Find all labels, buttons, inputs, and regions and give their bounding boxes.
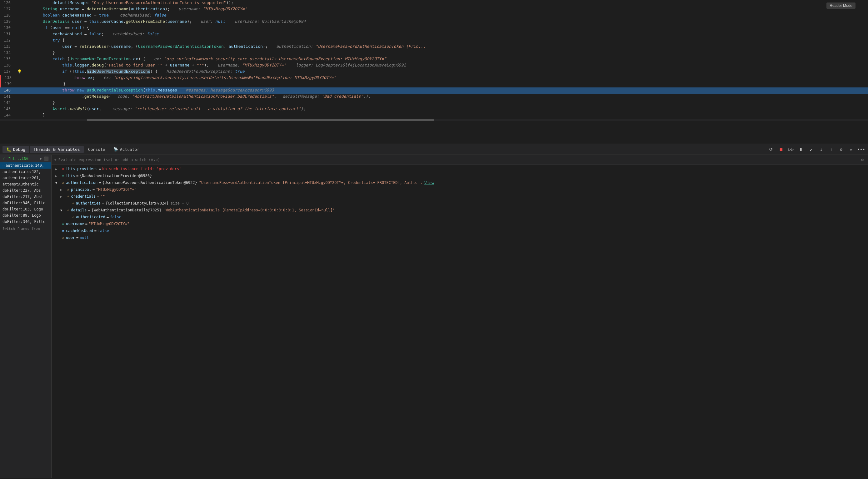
step-out-icon[interactable]: ↑ [827,145,836,154]
var-row-this[interactable]: ▶ ≡ this = {DaoAuthenticationProvider@69… [52,173,868,180]
info-icon: ⚠ [70,201,76,205]
pause-icon[interactable]: ⏸ [797,145,806,154]
frame-label: authenticate:201, [2,176,41,180]
frame-item-9[interactable]: doFilter:346, Filte [0,219,51,225]
session-name: "ht...ING [8,156,38,161]
code-line-130: 130 if (user == null) { [0,25,868,31]
view-link[interactable]: View [424,181,434,185]
variable-tree: ▶ ⊘ this.providers = No such instance fi… [52,165,868,243]
frame-label: doFilter:103, Logo [2,207,43,212]
eval-input[interactable] [58,158,861,162]
info-icon: ⚠ [65,194,71,198]
var-row-username[interactable]: ≡ username = "MTUxMzgyODY2OTY=" [52,221,868,228]
var-row-user[interactable]: ⚠ user = null [52,235,868,242]
frames-panel: ✓ "ht...ING ▼ ⬛ ↩ authenticate:140, auth… [0,155,52,478]
frame-label: authenticate:182, [2,169,41,174]
expand-icon [65,201,70,202]
session-bar: ✓ "ht...ING ▼ ⬛ [0,155,51,162]
expand-icon [55,235,60,236]
frame-label: doFilter:346, Filte [2,201,45,205]
tab-console[interactable]: Console [84,146,109,153]
code-line-134: 134 } [0,50,868,56]
code-horizontal-scrollbar[interactable] [0,119,868,121]
tab-actuator[interactable]: 📡 Actuator [110,146,144,153]
eval-settings-icon[interactable]: ⚙ [861,157,864,162]
var-row-authenticated[interactable]: ⚠ authenticated = false [52,214,868,221]
info-icon: ⚠ [65,187,71,191]
debug-toolbar-icons: ⟳ ■ ▷▷ ⏸ ↙ ↓ ↑ ♻ ✏ ••• [767,145,866,154]
frame-item-8[interactable]: doFilter:89, Logo [0,212,51,219]
lightbulb-icon: 💡 [17,69,22,74]
info-icon: ⚠ [70,215,76,219]
error-icon: ⊘ [60,167,66,171]
info-icon: ⚠ [60,181,66,185]
info-icon: ⚠ [65,208,71,212]
code-line-142: 142 } [0,100,868,106]
code-line-129: 129 UserDetails user = this.userCache.ge… [0,19,868,25]
list-icon: ≡ [60,173,66,178]
tab-debug[interactable]: 🐛 Debug [2,146,29,153]
filter-icon[interactable]: ▼ ⬛ [40,156,49,161]
frame-label: doFilter:346, Filte [2,220,45,224]
var-row-principal[interactable]: ▶ ⚠ principal = "MTUxMzgyODY2OTY=" [52,187,868,194]
var-row-cachewasused[interactable]: ◉ cacheWasUsed = false [52,228,868,235]
eval-add-icon[interactable]: + [54,157,57,162]
code-line-140: 140 throw new BadCredentialsException(th… [0,88,868,94]
frame-label: doFilter:89, Logo [2,213,41,218]
code-line-139: 139 } [0,81,868,88]
code-line-132: 132 try { [0,37,868,44]
blue-icon: ◉ [60,229,66,233]
debug-panel: ✓ "ht...ING ▼ ⬛ ↩ authenticate:140, auth… [0,155,868,478]
variables-panel: + ⚙ ▶ ⊘ this.providers = No such instanc… [52,155,868,478]
expand-icon [55,229,60,229]
frame-label: authenticate:140, [6,163,44,168]
step-over-icon[interactable]: ↙ [807,145,815,154]
code-line-137: 137 💡 if (!this.hideUserNotFoundExceptio… [0,69,868,75]
step-into-icon[interactable]: ↓ [817,145,826,154]
var-row-authentication[interactable]: ▼ ⚠ authentication = {UsernamePasswordAu… [52,180,868,187]
expand-icon [55,222,60,222]
info-icon: ⚠ [60,235,66,240]
expand-icon[interactable]: ▼ [55,181,60,185]
code-line-135: 135 catch (UsernameNotFoundException ex)… [0,56,868,62]
var-row-details[interactable]: ▼ ⚠ details = {WebAuthenticationDetails@… [52,207,868,214]
var-row-providers[interactable]: ▶ ⊘ this.providers = No such instance fi… [52,166,868,173]
expand-icon[interactable]: ▶ [60,187,65,191]
frame-active-icon: ↩ [2,164,4,167]
switch-frames-button[interactable]: Switch frames from — [0,225,51,233]
more-options-icon[interactable]: ••• [857,145,866,154]
restart-icon[interactable]: ⟳ [767,145,776,154]
var-row-credentials[interactable]: ▶ ⚠ credentials = "" [52,194,868,200]
expand-icon[interactable]: ▶ [60,194,65,198]
code-line-143: 143 Assert.notNull(user, message: "retri… [0,106,868,113]
frame-label: doFilter:227, Abs [2,188,41,193]
frame-item-7[interactable]: doFilter:103, Logo [0,206,51,212]
list-icon: ≡ [60,222,66,226]
code-editor: Reader Mode 126 defaultMessage: "Only Us… [0,0,868,143]
frame-item-4[interactable]: doFilter:227, Abs [0,187,51,194]
frame-label: attemptAuthentic [2,182,39,186]
frame-item-5[interactable]: doFilter:217, Abst [0,194,51,200]
expand-icon[interactable]: ▶ [55,167,60,171]
code-line-144: 144 } [0,113,868,119]
session-check-icon: ✓ [2,156,5,161]
resume-icon[interactable]: ▷▷ [787,145,796,154]
code-line-127: 127 String username = determineUsername(… [0,6,868,12]
tab-threads-variables[interactable]: Threads & Variables [30,146,84,153]
frame-item-2[interactable]: authenticate:201, [0,175,51,181]
var-row-authorities[interactable]: ⚠ authorities = {Collections$EmptyList@7… [52,200,868,207]
eval-bar: + ⚙ [52,155,868,165]
debug-toolbar: 🐛 Debug Threads & Variables Console 📡 Ac… [0,143,868,155]
run-to-cursor-icon[interactable]: ♻ [837,145,845,154]
evaluate-icon[interactable]: ✏ [847,145,856,154]
stop-icon[interactable]: ■ [777,145,785,154]
frame-item-1[interactable]: authenticate:182, [0,169,51,175]
frame-item-6[interactable]: doFilter:346, Filte [0,200,51,206]
frame-item-0[interactable]: ↩ authenticate:140, [0,162,51,169]
code-line-131: 131 cacheWasUsed = false; cacheWasUsed: … [0,31,868,37]
expand-icon[interactable]: ▶ [55,173,60,178]
expand-icon[interactable]: ▼ [60,208,65,212]
frame-label: doFilter:217, Abst [2,195,43,199]
code-line-136: 136 this.logger.debug("Failed to find us… [0,62,868,69]
frame-item-3[interactable]: attemptAuthentic [0,181,51,187]
